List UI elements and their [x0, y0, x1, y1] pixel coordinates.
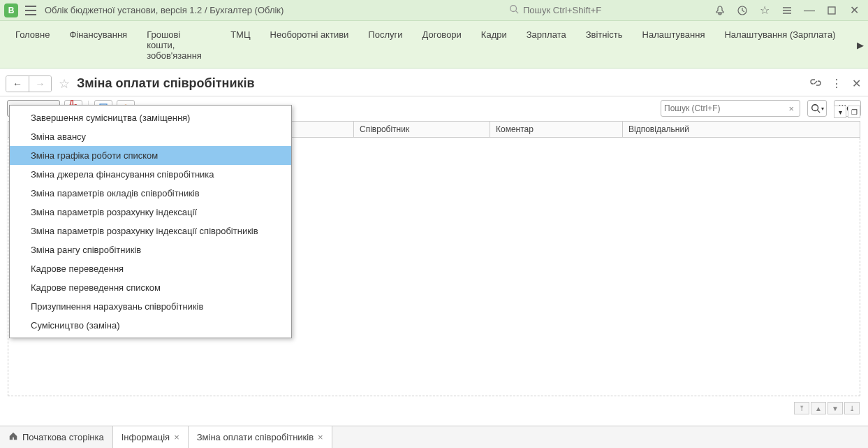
- menu-dohovory[interactable]: Договори: [413, 21, 471, 47]
- menu-hroshovi[interactable]: Грошові кошти, зобов'язання: [137, 21, 221, 68]
- main-menu: Головне Фінансування Грошові кошти, зобо…: [0, 21, 868, 68]
- menu-tmts[interactable]: ТМЦ: [221, 21, 260, 47]
- tab-home-label: Початкова сторінка: [22, 432, 104, 442]
- menu-finansuvannia[interactable]: Фінансування: [59, 21, 137, 47]
- favorite-star-icon[interactable]: ☆: [59, 76, 70, 92]
- tab-label: Інформація: [122, 432, 170, 442]
- nav-buttons: ← →: [6, 75, 52, 92]
- menu-kadry[interactable]: Кадри: [471, 21, 517, 47]
- list-search-input[interactable]: [664, 103, 786, 113]
- scroll-up-icon[interactable]: ▲: [811, 402, 826, 414]
- maximize-icon[interactable]: [822, 1, 841, 20]
- search-icon: [509, 4, 519, 16]
- tab-close-icon[interactable]: ×: [174, 432, 179, 442]
- menu-lines-icon[interactable]: [777, 1, 797, 20]
- table-dropdown-icon[interactable]: ▾: [834, 106, 846, 118]
- star-icon[interactable]: ☆: [755, 1, 774, 20]
- app-title: Облік бюджетної установи, версія 1.2 / Б…: [45, 5, 284, 15]
- scroll-top-icon[interactable]: ⤒: [794, 402, 809, 414]
- dropdown-item[interactable]: Сумісництво (заміна): [10, 316, 291, 335]
- dropdown-item[interactable]: Зміна параметрів розрахунку індексації с…: [10, 222, 291, 240]
- dropdown-item[interactable]: Кадрове переведення: [10, 259, 291, 278]
- search-go-button[interactable]: ▾: [807, 100, 827, 117]
- kebab-icon[interactable]: ⋮: [831, 77, 842, 90]
- nav-forward-button[interactable]: →: [29, 76, 51, 92]
- scroll-buttons: ⤒ ▲ ▼ ⤓: [794, 402, 860, 414]
- page-title: Зміна оплати співробітників: [77, 76, 255, 91]
- col-komentar[interactable]: Коментар: [490, 122, 623, 138]
- menu-nalashtuvannia[interactable]: Налаштування: [633, 21, 715, 47]
- dropdown-item[interactable]: Завершення сумісництва (заміщення): [10, 108, 291, 127]
- global-search-input[interactable]: [523, 5, 699, 15]
- dropdown-item[interactable]: Призупинення нарахувань співробітників: [10, 297, 291, 316]
- col-vidpovidalnyi[interactable]: Відповідальний: [623, 122, 860, 138]
- dropdown-item[interactable]: Зміна авансу: [10, 127, 291, 146]
- menu-overflow-icon[interactable]: ▶: [857, 39, 864, 50]
- svg-line-13: [817, 110, 820, 113]
- dropdown-item[interactable]: Зміна джерела фінансування співробітника: [10, 165, 291, 184]
- svg-line-1: [516, 11, 519, 14]
- search-clear-icon[interactable]: ×: [786, 103, 797, 114]
- close-icon[interactable]: ✕: [844, 1, 864, 20]
- minimize-icon[interactable]: —: [800, 1, 819, 20]
- menu-zarplata[interactable]: Зарплата: [517, 21, 576, 47]
- home-icon: [8, 431, 18, 443]
- scroll-down-icon[interactable]: ▼: [827, 402, 843, 414]
- create-dropdown: Завершення сумісництва (заміщення)Зміна …: [9, 105, 292, 338]
- list-search[interactable]: ×: [661, 100, 800, 117]
- page-close-icon[interactable]: ✕: [852, 77, 861, 90]
- global-search[interactable]: [506, 4, 702, 16]
- menu-zvitnist[interactable]: Звітність: [576, 21, 633, 47]
- svg-point-0: [510, 6, 517, 12]
- link-icon[interactable]: [810, 77, 821, 91]
- col-spivrobitnyk[interactable]: Співробітник: [354, 122, 490, 138]
- page-header: ← → ☆ Зміна оплати співробітників ⋮ ✕: [0, 71, 868, 96]
- bell-icon[interactable]: [710, 1, 730, 20]
- menu-posluhy[interactable]: Послуги: [358, 21, 412, 47]
- menu-nalashtuvannia-zarplata[interactable]: Налаштування (Зарплата): [714, 21, 845, 47]
- bottom-tabs: Початкова сторінка Інформація×Зміна опла…: [0, 426, 868, 448]
- svg-point-12: [811, 105, 818, 111]
- nav-back-button[interactable]: ←: [6, 76, 29, 92]
- hamburger-icon[interactable]: [25, 6, 36, 15]
- system-icons: ☆ — ✕: [710, 1, 864, 20]
- tab-item[interactable]: Зміна оплати співробітників×: [189, 426, 332, 448]
- menu-holovne[interactable]: Головне: [6, 21, 59, 47]
- dropdown-item[interactable]: Зміна графіка роботи списком: [10, 146, 291, 165]
- svg-rect-6: [828, 7, 835, 14]
- menu-neoborotni[interactable]: Необоротні активи: [260, 21, 359, 47]
- dropdown-item[interactable]: Зміна параметрів розрахунку індексації: [10, 203, 291, 222]
- scroll-bottom-icon[interactable]: ⤓: [844, 402, 860, 414]
- dropdown-item[interactable]: Зміна параметрів окладів співробітників: [10, 184, 291, 203]
- tab-home[interactable]: Початкова сторінка: [0, 426, 113, 448]
- tab-close-icon[interactable]: ×: [318, 432, 323, 442]
- history-icon[interactable]: [733, 1, 752, 20]
- dropdown-item[interactable]: Зміна рангу співробітників: [10, 240, 291, 259]
- dropdown-item[interactable]: Кадрове переведення списком: [10, 278, 291, 297]
- tab-label: Зміна оплати співробітників: [197, 432, 314, 442]
- tab-item[interactable]: Інформація×: [113, 426, 189, 448]
- table-popout-icon[interactable]: ❐: [848, 106, 860, 118]
- titlebar: B Облік бюджетної установи, версія 1.2 /…: [0, 0, 868, 21]
- app-logo-icon: B: [4, 3, 18, 17]
